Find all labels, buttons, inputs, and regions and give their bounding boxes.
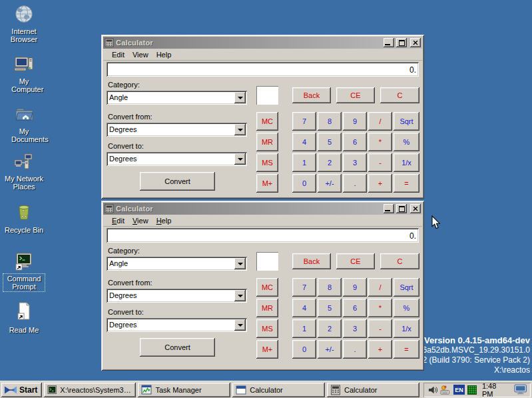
convert-from-select[interactable]: Degrees (107, 289, 247, 303)
key-reciprocal[interactable]: 1/x (394, 153, 419, 172)
taskbar-button-calculator-2[interactable]: Calculator (327, 383, 419, 397)
convert-to-select[interactable]: Degrees (107, 318, 247, 332)
key-subtract[interactable]: - (368, 319, 392, 338)
key-plusminus[interactable]: +/- (318, 174, 342, 193)
dropdown-arrow-icon[interactable] (234, 319, 246, 331)
key-memory-store[interactable]: MS (256, 319, 278, 338)
key-clear[interactable]: C (380, 87, 419, 103)
key-multiply[interactable]: * (368, 133, 392, 151)
key-clear-entry[interactable]: CE (336, 253, 375, 269)
menu-edit[interactable]: Edit (108, 49, 129, 60)
key-5[interactable]: 5 (318, 133, 342, 151)
key-equals[interactable]: = (394, 174, 419, 193)
key-backspace[interactable]: Back (292, 87, 331, 103)
key-memory-add[interactable]: M+ (256, 340, 278, 359)
key-memory-recall[interactable]: MR (256, 299, 278, 317)
taskbar-button-calculator-1[interactable]: Calculator (232, 383, 325, 397)
key-2[interactable]: 2 (318, 153, 342, 172)
category-select[interactable]: Angle (107, 91, 247, 105)
keyboard-layout-icon[interactable] (440, 385, 451, 395)
key-8[interactable]: 8 (318, 278, 342, 297)
key-6[interactable]: 6 (343, 133, 367, 151)
key-backspace[interactable]: Back (292, 253, 331, 269)
key-0[interactable]: 0 (292, 340, 316, 359)
key-multiply[interactable]: * (368, 299, 392, 317)
convert-from-select[interactable]: Degrees (107, 123, 247, 137)
minimize-button[interactable] (384, 204, 394, 213)
minimize-button[interactable] (384, 38, 394, 47)
key-2[interactable]: 2 (318, 319, 342, 338)
desktop-icon-recycle-bin[interactable]: Recycle Bin (3, 201, 45, 235)
desktop-icon-read-me[interactable]: Read Me (3, 301, 45, 335)
key-3[interactable]: 3 (343, 153, 367, 172)
menu-view[interactable]: View (129, 49, 152, 60)
key-7[interactable]: 7 (292, 278, 316, 297)
menu-view[interactable]: View (129, 215, 152, 226)
key-memory-add[interactable]: M+ (256, 174, 278, 193)
key-clear[interactable]: C (380, 253, 419, 269)
key-9[interactable]: 9 (343, 278, 367, 297)
start-button[interactable]: Start (1, 383, 42, 397)
desktop-icon-my-network-places[interactable]: My Network Places (3, 151, 45, 192)
key-memory-clear[interactable]: MC (256, 278, 278, 297)
menu-help[interactable]: Help (152, 49, 176, 60)
desktop-icon-command-prompt[interactable]: Command Prompt (3, 251, 45, 292)
titlebar[interactable]: Calculator (103, 37, 422, 49)
key-divide[interactable]: / (368, 278, 392, 297)
key-8[interactable]: 8 (318, 112, 342, 131)
key-1[interactable]: 1 (292, 153, 316, 172)
language-indicator[interactable]: EN (453, 385, 465, 395)
taskbar-clock[interactable]: 1:48 PM (479, 382, 511, 398)
close-button[interactable] (410, 38, 421, 47)
key-memory-store[interactable]: MS (256, 153, 278, 172)
key-4[interactable]: 4 (292, 299, 316, 317)
maximize-button[interactable] (396, 204, 407, 213)
key-plusminus[interactable]: +/- (318, 340, 342, 359)
maximize-button[interactable] (396, 38, 407, 47)
network-status-icon[interactable] (467, 385, 477, 395)
dropdown-arrow-icon[interactable] (234, 258, 246, 269)
category-select[interactable]: Angle (107, 257, 247, 271)
key-6[interactable]: 6 (343, 299, 367, 317)
key-percent[interactable]: % (394, 133, 419, 151)
key-subtract[interactable]: - (368, 153, 392, 172)
dropdown-arrow-icon[interactable] (234, 124, 246, 135)
key-sqrt[interactable]: Sqrt (394, 112, 419, 131)
key-7[interactable]: 7 (292, 112, 316, 131)
key-decimal[interactable]: . (343, 340, 367, 359)
convert-button[interactable]: Convert (140, 172, 215, 191)
key-5[interactable]: 5 (318, 299, 342, 317)
key-add[interactable]: + (368, 174, 392, 193)
key-0[interactable]: 0 (292, 174, 316, 193)
dropdown-arrow-icon[interactable] (234, 153, 246, 165)
desktop-icon-my-documents[interactable]: My Documents (3, 104, 45, 145)
titlebar[interactable]: Calculator (103, 203, 422, 215)
convert-button[interactable]: Convert (140, 338, 215, 357)
key-sqrt[interactable]: Sqrt (394, 278, 419, 297)
key-3[interactable]: 3 (343, 319, 367, 338)
key-memory-clear[interactable]: MC (256, 112, 278, 131)
taskbar-button-console[interactable]: X:\reactos\System32\c... (44, 383, 136, 397)
display-monitor-icon[interactable] (514, 384, 527, 395)
key-1[interactable]: 1 (292, 319, 316, 338)
volume-icon[interactable] (427, 385, 438, 395)
key-4[interactable]: 4 (292, 133, 316, 151)
dropdown-arrow-icon[interactable] (234, 92, 246, 103)
key-decimal[interactable]: . (343, 174, 367, 193)
key-reciprocal[interactable]: 1/x (394, 319, 419, 338)
key-9[interactable]: 9 (343, 112, 367, 131)
key-memory-recall[interactable]: MR (256, 133, 278, 151)
key-equals[interactable]: = (394, 340, 419, 359)
key-percent[interactable]: % (394, 299, 419, 317)
key-add[interactable]: + (368, 340, 392, 359)
desktop-icon-internet-browser[interactable]: Internet Browser (3, 4, 45, 45)
menu-help[interactable]: Help (152, 215, 176, 226)
convert-to-select[interactable]: Degrees (107, 152, 247, 166)
key-divide[interactable]: / (368, 112, 392, 131)
menu-edit[interactable]: Edit (108, 215, 129, 226)
desktop-icon-my-computer[interactable]: My Computer (3, 54, 45, 95)
key-clear-entry[interactable]: CE (336, 87, 375, 103)
dropdown-arrow-icon[interactable] (234, 290, 246, 301)
close-button[interactable] (410, 204, 421, 213)
taskbar-button-task-manager[interactable]: Task Manager (138, 383, 230, 397)
